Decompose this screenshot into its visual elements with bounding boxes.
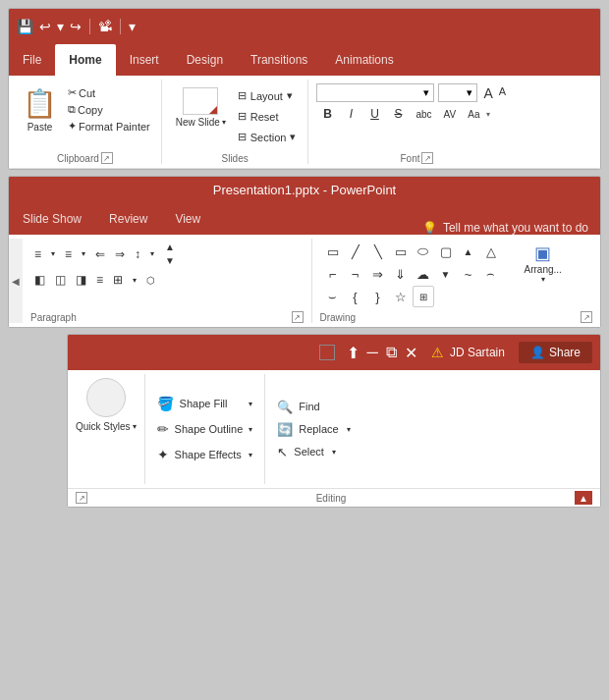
star-shape[interactable]: ☆ [390, 286, 412, 307]
oval-shape[interactable]: ⬭ [413, 241, 434, 262]
shape-outline-button[interactable]: ✏ Shape Outline ▾ [153, 419, 257, 439]
shape-effects-button[interactable]: ✦ Shape Effects ▾ [153, 445, 257, 464]
triangle-shape[interactable]: △ [480, 241, 502, 262]
decrease-indent-button[interactable]: ⇐ [91, 245, 109, 263]
line-shape[interactable]: ╱ [345, 241, 366, 262]
clipboard-content: 📋 Paste ✂ Cut ⧉ Copy ✦ Format Painter [17, 80, 153, 148]
tab-design[interactable]: Design [173, 44, 237, 76]
rounded-rect-shape[interactable]: ▢ [435, 241, 457, 262]
font-name-dropdown[interactable]: ▾ [316, 83, 434, 102]
line-spacing-arrow[interactable]: ▾ [146, 247, 158, 260]
present-icon[interactable]: 📽 [98, 19, 112, 34]
align-center-button[interactable]: ◫ [51, 271, 70, 289]
tell-me-text: Tell me what you want to do [443, 221, 588, 235]
format-painter-button[interactable]: ✦ Format Painter [65, 119, 153, 134]
columns-arrow[interactable]: ▾ [129, 274, 140, 287]
select-button[interactable]: ↖ Select ▾ [273, 443, 354, 461]
text-shadow-button[interactable]: abc [411, 107, 436, 122]
tab-home[interactable]: Home [55, 44, 115, 76]
font-name-row: ▾ ▾ A A [316, 83, 508, 102]
justify-button[interactable]: ≡ [92, 271, 107, 289]
collapse-ribbon-button[interactable]: ▲ [575, 491, 592, 505]
clipboard-expand-icon[interactable]: ↗ [101, 152, 113, 164]
brace-left-shape[interactable]: { [345, 286, 366, 307]
text-direction-down-button[interactable]: ▼ [162, 254, 178, 267]
cut-button[interactable]: ✂ Cut [65, 85, 153, 100]
ordered-list-button[interactable]: ≡ [61, 245, 76, 263]
strikethrough-button[interactable]: S [387, 105, 409, 123]
section-button[interactable]: ⊟ Section ▾ [234, 129, 301, 145]
decrease-font-button[interactable]: A [497, 85, 508, 101]
paste-button[interactable]: 📋 Paste [17, 83, 63, 136]
font-size-dropdown[interactable]: ▾ [438, 83, 477, 102]
align-left-button[interactable]: ◧ [30, 271, 49, 289]
line-spacing-button[interactable]: ↕ [131, 245, 144, 263]
bold-button[interactable]: B [316, 105, 338, 123]
undo-icon[interactable]: ↩ [39, 19, 51, 34]
text-direction-up-button[interactable]: ▲ [162, 241, 178, 253]
increase-indent-button[interactable]: ⇒ [111, 245, 129, 263]
char-spacing-button[interactable]: AV [439, 107, 462, 122]
upload-icon[interactable]: ⬆ [347, 344, 360, 362]
arrow-right-shape[interactable]: ⇒ [367, 263, 389, 285]
font-expand-icon[interactable]: ↗ [421, 152, 433, 164]
columns-button[interactable]: ⊞ [109, 271, 127, 289]
app-title-bar: Presentation1.pptx - PowerPoint [9, 177, 600, 203]
share-button[interactable]: 👤 Share [519, 342, 592, 363]
drawing-expand-icon[interactable]: ↗ [581, 311, 592, 323]
text-box-shape[interactable]: ▭ [322, 241, 344, 262]
footer-expand-icon[interactable]: ↗ [76, 492, 87, 504]
arrange-button[interactable]: ▣ Arrang... ▾ [519, 239, 568, 288]
shape-fill-button[interactable]: 🪣 Shape Fill ▾ [153, 394, 257, 413]
customize-qat-icon[interactable]: ▾ [129, 19, 136, 34]
underline-button[interactable]: U [363, 105, 385, 123]
layout-button[interactable]: ⊟ Layout ▾ [234, 87, 301, 104]
align-right-button[interactable]: ◨ [72, 271, 90, 289]
user-info[interactable]: ⚠ JD Sartain [425, 343, 511, 362]
ordered-list-arrow[interactable]: ▾ [78, 247, 89, 260]
redo-icon[interactable]: ↪ [70, 19, 82, 34]
save-icon[interactable]: 💾 [17, 19, 33, 34]
shapes-scroll-up[interactable]: ▲ [458, 241, 479, 262]
copy-button[interactable]: ⧉ Copy [65, 102, 153, 117]
cloud-shape[interactable]: ☁ [413, 263, 434, 285]
group-slides: New Slide ▾ ⊟ Layout ▾ ⊟ Reset ⊟ [162, 80, 309, 164]
smart-art-button[interactable]: ⬡ [142, 273, 159, 288]
increase-font-button[interactable]: A [481, 85, 494, 101]
tab-transitions[interactable]: Transitions [237, 44, 321, 76]
italic-button[interactable]: I [340, 105, 361, 123]
arrow-down-shape[interactable]: ⇓ [390, 263, 412, 285]
rectangle-shape[interactable]: ▭ [390, 241, 412, 262]
minimize-icon[interactable]: ─ [367, 344, 378, 361]
wave-shape[interactable]: ⌢ [480, 263, 502, 285]
restore-icon[interactable]: ⧉ [386, 344, 397, 361]
unordered-list-arrow[interactable]: ▾ [47, 247, 59, 260]
tab-file[interactable]: File [9, 44, 55, 76]
bracket-shape[interactable]: ⌐ [322, 263, 344, 285]
font-case-button[interactable]: Aa [463, 107, 484, 122]
tab-insert[interactable]: Insert [116, 44, 173, 76]
new-slide-button[interactable]: New Slide ▾ [170, 83, 232, 132]
close-icon[interactable]: ✕ [405, 344, 417, 362]
tab-review[interactable]: Review [95, 203, 161, 235]
line2-shape[interactable]: ╲ [367, 241, 389, 262]
shapes-grid: ▭ ╱ ╲ ▭ ⬭ ▢ ▲ △ ⌐ ¬ ⇒ ⇓ ☁ ▼ ~ [320, 239, 517, 309]
squiggle-shape[interactable]: ~ [458, 263, 479, 285]
reset-button[interactable]: ⊟ Reset [234, 108, 301, 125]
replace-button[interactable]: 🔄 Replace ▾ [273, 420, 354, 439]
shapes-expand-icon[interactable]: ⊞ [413, 286, 434, 307]
tell-me-box[interactable]: 💡 Tell me what you want to do [411, 221, 600, 235]
brace-right-shape[interactable]: } [367, 286, 389, 307]
paragraph-expand-icon[interactable]: ↗ [292, 311, 304, 323]
tab-view[interactable]: View [161, 203, 214, 235]
shapes-scroll-down[interactable]: ▼ [435, 263, 457, 285]
bracket2-shape[interactable]: ¬ [345, 263, 366, 285]
find-button[interactable]: 🔍 Find [273, 398, 354, 416]
warning-icon: ⚠ [431, 345, 444, 360]
tab-slideshow[interactable]: Slide Show [9, 203, 95, 235]
unordered-list-button[interactable]: ≡ [30, 245, 45, 263]
undo-arrow-icon[interactable]: ▾ [57, 19, 64, 34]
tab-animations[interactable]: Animations [321, 44, 407, 76]
collapse-left-icon[interactable]: ◀ [9, 239, 23, 323]
arc-shape[interactable]: ⌣ [322, 286, 344, 307]
